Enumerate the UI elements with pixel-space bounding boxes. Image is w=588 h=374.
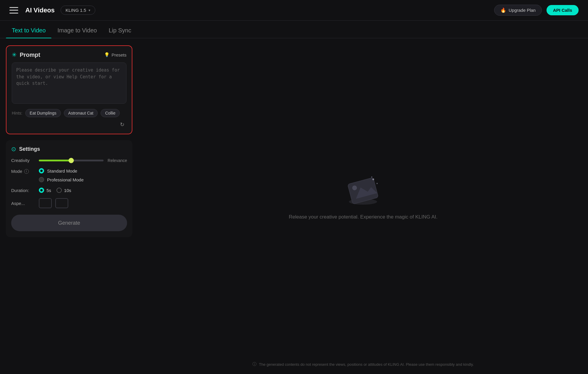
disclaimer-text: The generated contents do not represent … bbox=[259, 362, 474, 367]
prompt-section: ✳ Prompt 💡 Presets Hints: Eat Dumplings … bbox=[6, 45, 132, 134]
mode-standard-label: Standard Mode bbox=[47, 168, 77, 173]
settings-section: ⊙ Settings Creativity Relevance Mode i bbox=[6, 140, 132, 237]
creativity-label: Creativity bbox=[11, 158, 35, 163]
aspect-options bbox=[39, 198, 68, 208]
svg-point-4 bbox=[372, 178, 374, 180]
svg-point-6 bbox=[372, 177, 372, 178]
prompt-header-left: ✳ Prompt bbox=[12, 51, 40, 58]
mode-info-icon[interactable]: i bbox=[24, 169, 29, 174]
mode-professional-radio[interactable] bbox=[39, 177, 44, 182]
aspect-row: Aspe... bbox=[11, 198, 127, 208]
prompt-label: Prompt bbox=[20, 52, 40, 58]
aspect-box-2[interactable] bbox=[55, 198, 68, 208]
svg-point-5 bbox=[377, 183, 378, 184]
aspect-box-1[interactable] bbox=[39, 198, 52, 208]
mode-standard-radio[interactable] bbox=[39, 168, 44, 173]
mode-label: Mode i bbox=[11, 168, 35, 174]
tab-lip-sync[interactable]: Lip Sync bbox=[103, 27, 137, 38]
menu-icon[interactable] bbox=[9, 7, 18, 14]
upgrade-plan-button[interactable]: 🔥 Upgrade Plan bbox=[494, 5, 542, 16]
disclaimer: ⓘ The generated contents do not represen… bbox=[138, 362, 588, 367]
creativity-slider-thumb[interactable] bbox=[69, 158, 74, 163]
aspect-label: Aspe... bbox=[11, 201, 35, 206]
duration-label: Duration: bbox=[11, 188, 35, 193]
empty-state-icon bbox=[344, 175, 382, 207]
header-actions: 🔥 Upgrade Plan API Calls bbox=[494, 5, 579, 16]
creativity-slider-wrapper bbox=[39, 160, 104, 161]
settings-header: ⊙ Settings bbox=[11, 145, 127, 153]
duration-5s-label: 5s bbox=[46, 188, 51, 193]
duration-10s-label: 10s bbox=[64, 188, 71, 193]
presets-label: Presets bbox=[111, 52, 126, 57]
tab-text-to-video[interactable]: Text to Video bbox=[6, 27, 51, 38]
duration-5s-radio[interactable] bbox=[39, 188, 44, 193]
mode-options: Standard Mode Professional Mode bbox=[39, 168, 84, 182]
left-panel: ✳ Prompt 💡 Presets Hints: Eat Dumplings … bbox=[0, 38, 138, 374]
version-label: KLING 1.5 bbox=[66, 8, 86, 13]
duration-row: Duration: 5s 10s bbox=[11, 188, 127, 193]
hints-row: Hints: Eat Dumplings Astronaut Cat Colli… bbox=[12, 109, 126, 129]
mode-professional-label: Professional Mode bbox=[47, 177, 84, 182]
hint-collie[interactable]: Collie bbox=[101, 109, 120, 117]
empty-state-text: Release your creative potential. Experie… bbox=[289, 214, 438, 220]
disclaimer-info-icon: ⓘ bbox=[252, 362, 256, 367]
hint-eat-dumplings[interactable]: Eat Dumplings bbox=[25, 109, 61, 117]
api-calls-button[interactable]: API Calls bbox=[547, 5, 579, 15]
duration-10s[interactable]: 10s bbox=[56, 188, 71, 193]
right-panel: Release your creative potential. Experie… bbox=[138, 38, 588, 374]
lamp-icon: 💡 bbox=[104, 52, 110, 57]
prompt-icon: ✳ bbox=[12, 51, 17, 58]
settings-label: Settings bbox=[19, 146, 40, 152]
refresh-hints-button[interactable]: ↻ bbox=[118, 120, 126, 129]
duration-5s[interactable]: 5s bbox=[39, 188, 51, 193]
upgrade-label: Upgrade Plan bbox=[509, 8, 536, 13]
tabs-bar: Text to Video Image to Video Lip Sync bbox=[0, 21, 588, 38]
presets-button[interactable]: 💡 Presets bbox=[104, 52, 126, 57]
mode-professional[interactable]: Professional Mode bbox=[39, 177, 84, 182]
creativity-row: Creativity Relevance bbox=[11, 158, 127, 163]
creativity-slider-track[interactable] bbox=[39, 160, 104, 161]
settings-icon: ⊙ bbox=[11, 145, 16, 153]
fire-icon: 🔥 bbox=[500, 7, 506, 13]
version-selector[interactable]: KLING 1.5 ▾ bbox=[61, 6, 95, 15]
mode-standard[interactable]: Standard Mode bbox=[39, 168, 84, 173]
prompt-header: ✳ Prompt 💡 Presets bbox=[12, 51, 126, 58]
hints-label: Hints: bbox=[12, 111, 22, 115]
duration-options: 5s 10s bbox=[39, 188, 71, 193]
relevance-label: Relevance bbox=[108, 158, 127, 163]
empty-state: Release your creative potential. Experie… bbox=[289, 175, 438, 220]
mode-row: Mode i Standard Mode Professional Mode bbox=[11, 168, 127, 182]
api-label: API Calls bbox=[553, 8, 572, 13]
duration-10s-radio[interactable] bbox=[56, 188, 62, 193]
generate-button[interactable]: Generate bbox=[11, 215, 127, 231]
app-title: AI Videos bbox=[25, 6, 55, 14]
tab-image-to-video[interactable]: Image to Video bbox=[51, 27, 103, 38]
prompt-textarea[interactable] bbox=[12, 62, 126, 104]
main-layout: ✳ Prompt 💡 Presets Hints: Eat Dumplings … bbox=[0, 38, 588, 374]
chevron-down-icon: ▾ bbox=[89, 8, 90, 12]
header: AI Videos KLING 1.5 ▾ 🔥 Upgrade Plan API… bbox=[0, 0, 588, 21]
hint-astronaut-cat[interactable]: Astronaut Cat bbox=[64, 109, 98, 117]
